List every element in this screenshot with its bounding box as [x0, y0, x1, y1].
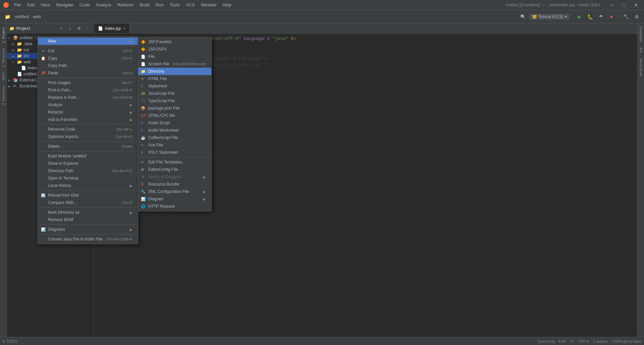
sidebar-tab-project[interactable]: 1: Project [0, 25, 6, 46]
status-indent[interactable]: 2 spaces [593, 339, 607, 343]
menu-edit[interactable]: Edit [24, 1, 37, 8]
ctx-item-show-in-explorer[interactable]: Show in Explorer [38, 160, 138, 167]
ctx-item-optimize-imports[interactable]: Optimize Imports Ctrl+Alt+O [38, 133, 138, 140]
ctx-item-mark-directory[interactable]: Mark Directory as ▶ [38, 209, 138, 216]
sidebar-tab-web[interactable]: Web [0, 70, 6, 83]
submenu-item-ts[interactable]: TS TypeScript File [138, 97, 211, 105]
breadcrumb-folder[interactable]: web [33, 14, 41, 19]
panel-settings-button[interactable]: ⚙ [75, 25, 82, 32]
menu-tools[interactable]: Tools [167, 1, 182, 8]
ctx-sep-2 [38, 78, 138, 78]
minimize-button[interactable]: ─ [607, 0, 616, 10]
menu-help[interactable]: Help [220, 1, 234, 8]
ctx-item-copy[interactable]: 📋 Copy Ctrl+C [38, 55, 138, 62]
right-tab-wordbook[interactable]: Word Book [638, 56, 644, 79]
maximize-button[interactable]: □ [619, 0, 629, 10]
tree-label-src: src [23, 54, 29, 58]
ctx-item-copy-path[interactable]: Copy Path... [38, 62, 138, 69]
panel-minimize-button[interactable]: ─ [84, 25, 91, 32]
status-encoding[interactable]: UTF-8 [578, 339, 589, 343]
ctx-item-paste[interactable]: 📌 Paste Ctrl+V [38, 69, 138, 77]
panel-filter-button[interactable]: ≡ [67, 25, 73, 32]
ctx-item-delete[interactable]: Delete... Delete [38, 143, 138, 150]
ctx-item-cut[interactable]: ✂ Cut Ctrl+X [38, 47, 138, 55]
submenu-item-kotlin-script[interactable]: K Kotlin Script [138, 119, 211, 127]
submenu-item-jsf[interactable]: 🔶 JSF/Facelets [138, 38, 211, 46]
run-button[interactable]: ▶ [575, 12, 584, 21]
ctx-item-open-terminal[interactable]: Open in Terminal [38, 175, 138, 182]
menu-view[interactable]: View [38, 1, 53, 8]
sidebar-tab-structure[interactable]: 2: Structure [0, 46, 6, 70]
ctx-item-find-in-path[interactable]: Find in Path... Ctrl+Shift+F [38, 86, 138, 94]
menu-vcs[interactable]: VCS [183, 1, 198, 8]
submenu-item-http-request[interactable]: 🌐 HTTP Request [138, 203, 211, 210]
menu-file[interactable]: File [11, 1, 24, 8]
submenu-item-coffeescript[interactable]: ☕ CoffeeScript File [138, 134, 211, 141]
ctx-item-remove-bom[interactable]: Remove BOM [38, 216, 138, 223]
menu-navigate[interactable]: Navigate [53, 1, 76, 8]
ctx-item-directory-path[interactable]: Directory Path Ctrl+Alt+F12 [38, 167, 138, 175]
ctx-item-convert-kotlin[interactable]: Convert Java File to Kotlin File Ctrl+Al… [38, 235, 138, 243]
sidebar-tab-favorites[interactable]: 2: Favorites [0, 83, 6, 108]
submenu-item-editorconfig[interactable]: ⚙ EditorConfig File [138, 166, 211, 173]
close-button[interactable]: ✕ [631, 0, 641, 10]
ctx-item-reformat[interactable]: Reformat Code Ctrl+Alt+L [38, 126, 138, 133]
submenu-item-xml-config[interactable]: 🔧 XML Configuration File ▶ [138, 188, 211, 195]
ctx-item-add-to-favorites[interactable]: Add to Favorites ▶ [38, 116, 138, 123]
debug-button[interactable]: 🐛 [585, 12, 595, 21]
toolbar-right: 🔍 🐱 Tomcat 8.5.31 ▾ ▶ 🐛 ☂ ■ 🔨 ⚙ [519, 12, 641, 21]
submenu-item-kotlin-ws[interactable]: K Kotlin Worksheet [138, 127, 211, 134]
ctx-item-replace-in-path[interactable]: Replace in Path... Ctrl+Shift+R [38, 94, 138, 101]
menu-refactor[interactable]: Refactor [115, 1, 137, 8]
submenu-item-css[interactable]: C Stylesheet [138, 82, 211, 90]
submenu-item-resource-bundle[interactable]: R Resource Bundle [138, 181, 211, 188]
submenu-item-swing[interactable]: 🖥 Swing UI Designer ▶ [138, 173, 211, 181]
submenu-item-cfml[interactable]: CF CFML/CFC file [138, 112, 211, 119]
menu-analyze[interactable]: Analyze [93, 1, 114, 8]
right-sidebar: Database Ant Word Book [637, 23, 644, 337]
breadcrumb-project[interactable]: untitled [15, 14, 29, 19]
menu-run[interactable]: Run [153, 1, 166, 8]
submenu-item-packagejson[interactable]: 📦 package.json File [138, 105, 211, 112]
status-linefeed[interactable]: LF [570, 339, 574, 343]
submenu-label-ts: TypeScript File [148, 98, 175, 103]
toolbar-open-button[interactable]: 📁 [3, 12, 12, 21]
menu-build[interactable]: Build [137, 1, 152, 8]
submenu-item-directory[interactable]: 📁 Directory [138, 68, 211, 75]
submenu-item-html[interactable]: H HTML File [138, 75, 211, 82]
build-button[interactable]: 🔨 [621, 12, 631, 21]
submenu-item-edit-templates[interactable]: ✏ Edit File Templates... [138, 158, 211, 166]
ctx-label-reload-from-disk: Reload from Disk [48, 193, 79, 198]
ctx-item-find-usages[interactable]: Find Usages Alt+F7 [38, 79, 138, 86]
submenu-item-xslt[interactable]: X XSLT Stylesheet [138, 149, 211, 156]
ctx-item-analyze[interactable]: Analyze ▶ [38, 101, 138, 109]
settings-button[interactable]: ⚙ [632, 12, 641, 21]
submenu-item-vue[interactable]: V Vue File [138, 141, 211, 149]
submenu-item-jsp[interactable]: 🔶 JSP/JSPX [138, 46, 211, 53]
ctx-item-compare-with[interactable]: Compare With... Ctrl+D [38, 199, 138, 206]
toolbar-search-button[interactable]: 🔍 [519, 12, 528, 21]
submenu-item-diagram[interactable]: 📊 Diagram ▶ [138, 195, 211, 203]
submenu-item-js[interactable]: JS JavaScript File [138, 90, 211, 97]
ctx-item-refactor[interactable]: Refactor ▶ [38, 109, 138, 116]
css-icon: C [141, 84, 144, 88]
status-eventlog[interactable]: Event Log [538, 339, 555, 343]
ctx-item-build-module[interactable]: Build Module 'untitled' [38, 152, 138, 160]
run-configuration[interactable]: 🐱 Tomcat 8.5.31 ▾ [529, 14, 570, 20]
right-tab-ant[interactable]: Ant [638, 45, 644, 56]
ctx-item-diagrams[interactable]: 📊 Diagrams ▶ [38, 226, 138, 233]
panel-add-button[interactable]: + [58, 25, 65, 32]
ctx-item-new[interactable]: New ▶ 🔶 JSF/Facelets 🔶 JSP/JSPX 📄 File 📄… [38, 38, 138, 45]
editor-tab-indexjsp[interactable]: 📄 index.jsp ✕ [94, 23, 130, 33]
submenu-item-scratch[interactable]: 📄 Scratch File Ctrl+Alt+Shift+Insert [138, 60, 211, 68]
right-tab-database[interactable]: Database [638, 23, 644, 45]
menu-code[interactable]: Code [77, 1, 93, 8]
tab-close-button[interactable]: ✕ [123, 26, 125, 30]
menu-window[interactable]: Window [198, 1, 219, 8]
stop-button[interactable]: ■ [607, 12, 616, 21]
submenu-item-file[interactable]: 📄 File [138, 53, 211, 60]
ctx-item-local-history[interactable]: Local History ▶ [38, 182, 138, 189]
status-todo[interactable]: 6: TODO [3, 339, 17, 343]
run-with-coverage-button[interactable]: ☂ [596, 12, 605, 21]
ctx-item-reload-from-disk[interactable]: 🔄 Reload from Disk [38, 192, 138, 199]
